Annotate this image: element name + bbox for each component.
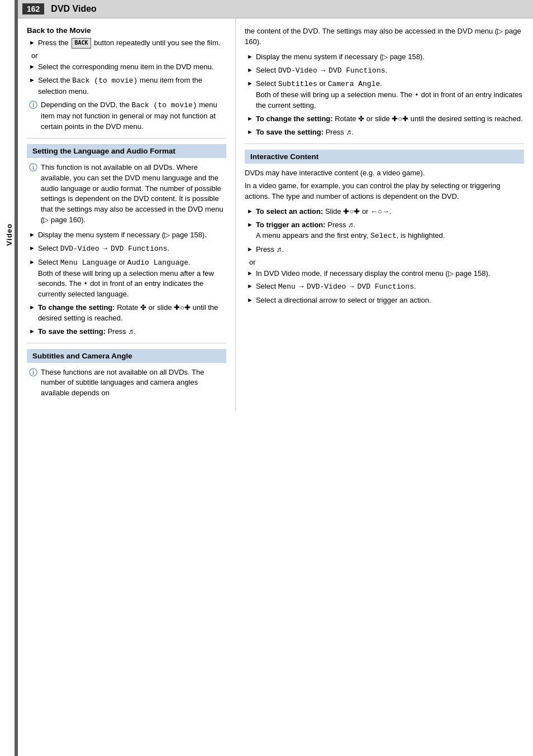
paragraph: DVDs may have interactive content (e.g. … xyxy=(245,168,524,179)
bullet-text: Select Subtitles or Camera Angle. Both o… xyxy=(256,79,524,111)
bullet-arrow-icon: ► xyxy=(247,80,253,87)
info-text: Depending on the DVD, the Back (to movie… xyxy=(41,100,226,132)
sidebar: Video xyxy=(0,0,18,756)
bullet-arrow-icon: ► xyxy=(29,39,35,46)
list-item: ► Select the Back (to movie) menu item f… xyxy=(27,75,226,97)
bullet-arrow-icon: ► xyxy=(29,76,35,83)
info-box: ⓘ This function is not available on all … xyxy=(27,162,226,226)
bullet-text: To select an action: Slide ✚○✚ or ←○→. xyxy=(256,207,392,217)
info-icon: ⓘ xyxy=(29,162,37,173)
list-item: ► To save the setting: Press ♬. xyxy=(27,327,226,337)
list-item: ► Display the menu system if necessary (… xyxy=(245,52,524,63)
bullet-arrow-icon: ► xyxy=(247,221,253,228)
bullet-arrow-icon: ► xyxy=(247,66,253,73)
bullet-text: Press the BACK button repeatedly until y… xyxy=(38,38,220,49)
info-box: ⓘ These functions are not available on a… xyxy=(27,367,226,399)
columns: Back to the Movie ► Press the BACK butto… xyxy=(18,18,533,411)
list-item: ► Select DVD-Video → DVD Functions. xyxy=(245,65,524,76)
page-wrapper: Video 162 DVD Video Back to the Movie ► … xyxy=(0,0,533,756)
list-item: ► Select a directional arrow to select o… xyxy=(245,295,524,306)
bullet-arrow-icon: ► xyxy=(247,270,253,276)
setting-language-title: Setting the Language and Audio Format xyxy=(27,144,226,158)
bullet-text: Select the Back (to movie) menu item fro… xyxy=(38,75,226,97)
bullet-arrow-icon: ► xyxy=(29,259,35,265)
list-item: ► Display the menu system if necessary (… xyxy=(27,230,226,241)
bullet-arrow-icon: ► xyxy=(247,115,253,122)
sidebar-bar xyxy=(15,0,18,756)
bullet-arrow-icon: ► xyxy=(247,283,253,289)
bullet-text: Display the menu system if necessary (▷ … xyxy=(38,230,207,241)
bullet-arrow-icon: ► xyxy=(247,296,253,303)
list-item: ► Select DVD-Video → DVD Functions. xyxy=(27,243,226,255)
bullet-text: To trigger an action: Press ♬. A menu ap… xyxy=(256,220,445,242)
sidebar-label: Video xyxy=(5,223,13,246)
section-divider xyxy=(27,343,226,343)
bullet-arrow-icon: ► xyxy=(29,245,35,251)
bullet-arrow-icon: ► xyxy=(247,128,253,135)
bullet-text: Select the corresponding menu item in th… xyxy=(38,62,213,73)
back-to-movie-title: Back to the Movie xyxy=(27,26,226,35)
bullet-text: Press ♬. xyxy=(256,245,284,255)
info-icon: ⓘ xyxy=(29,100,37,111)
list-item: ► In DVD Video mode, if necessary displa… xyxy=(245,269,524,279)
paragraph: In a video game, for example, you can co… xyxy=(245,181,524,202)
bullet-text: To save the setting: Press ♬. xyxy=(256,127,354,138)
section-divider xyxy=(245,143,524,144)
list-item: ► Press ♬. xyxy=(245,245,524,255)
left-column: Back to the Movie ► Press the BACK butto… xyxy=(18,18,236,411)
list-item: ► To change the setting: Rotate ✤ or sli… xyxy=(245,114,524,125)
bullet-arrow-icon: ► xyxy=(29,328,35,334)
bullet-text: To change the setting: Rotate ✤ or slide… xyxy=(38,303,226,324)
list-item: ► Select Menu Language or Audio Language… xyxy=(27,257,226,300)
list-item: ► To select an action: Slide ✚○✚ or ←○→. xyxy=(245,207,524,217)
bullet-arrow-icon: ► xyxy=(247,246,253,252)
bullet-text: Select DVD-Video → DVD Functions. xyxy=(38,243,169,255)
bullet-text: To save the setting: Press ♬. xyxy=(38,327,136,337)
list-item: ► Select Subtitles or Camera Angle. Both… xyxy=(245,79,524,111)
bullet-arrow-icon: ► xyxy=(247,53,253,60)
bullet-text: Select Menu → DVD-Video → DVD Functions. xyxy=(256,281,416,293)
bullet-arrow-icon: ► xyxy=(29,63,35,70)
back-button-label: BACK xyxy=(72,38,91,49)
section-divider xyxy=(27,138,226,138)
bullet-arrow-icon: ► xyxy=(29,231,35,238)
bullet-text: Select Menu Language or Audio Language. … xyxy=(38,257,226,300)
list-item: ► To change the setting: Rotate ✤ or sli… xyxy=(27,303,226,324)
list-item: ► Press the BACK button repeatedly until… xyxy=(27,38,226,49)
bullet-text: Select DVD-Video → DVD Functions. xyxy=(256,65,387,76)
list-item: ► To trigger an action: Press ♬. A menu … xyxy=(245,220,524,242)
right-column: the content of the DVD. The settings may… xyxy=(236,18,533,411)
bullet-arrow-icon: ► xyxy=(247,208,253,214)
page-number: 162 xyxy=(22,3,44,15)
or-label: or xyxy=(27,51,226,60)
subtitles-camera-title: Subtitles and Camera Angle xyxy=(27,349,226,363)
info-text: These functions are not available on all… xyxy=(41,367,226,399)
bullet-text: In DVD Video mode, if necessary display … xyxy=(256,269,490,279)
info-icon: ⓘ xyxy=(29,367,37,378)
bullet-text: Select a directional arrow to select or … xyxy=(256,295,431,306)
paragraph: the content of the DVD. The settings may… xyxy=(245,26,524,47)
bullet-text: Display the menu system if necessary (▷ … xyxy=(256,52,425,63)
page-title: DVD Video xyxy=(51,4,97,14)
interactive-content-title: Interactive Content xyxy=(245,150,524,164)
list-item: ► To save the setting: Press ♬. xyxy=(245,127,524,138)
main-content: 162 DVD Video Back to the Movie ► Press … xyxy=(18,0,533,756)
page-header: 162 DVD Video xyxy=(18,0,533,18)
or-label: or xyxy=(245,258,524,266)
bullet-text: To change the setting: Rotate ✤ or slide… xyxy=(256,114,523,125)
info-box: ⓘ Depending on the DVD, the Back (to mov… xyxy=(27,100,226,132)
list-item: ► Select the corresponding menu item in … xyxy=(27,62,226,73)
info-text: This function is not available on all DV… xyxy=(41,162,226,226)
bullet-arrow-icon: ► xyxy=(29,304,35,310)
list-item: ► Select Menu → DVD-Video → DVD Function… xyxy=(245,281,524,293)
